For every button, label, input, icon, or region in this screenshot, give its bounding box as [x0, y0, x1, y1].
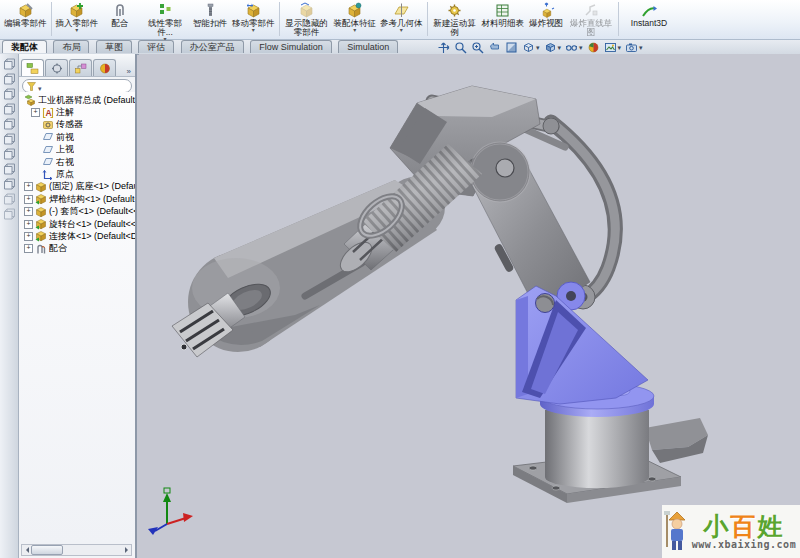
section-view-icon[interactable] [505, 41, 518, 54]
toolbar-button-instant3d[interactable]: Instant3D [621, 1, 677, 28]
tree-item-top-plane[interactable]: 上视 [21, 144, 135, 156]
tree-item-annotations[interactable]: 注解 [21, 106, 135, 118]
propertymanager-tab-icon[interactable] [45, 59, 68, 76]
part-icon [35, 193, 47, 205]
hide-show-items-icon[interactable] [565, 41, 583, 54]
toolbar-button-assembly-features[interactable]: 装配体特征 [332, 1, 379, 33]
tree-item-front-plane[interactable]: 前视 [21, 131, 135, 143]
expand-icon[interactable] [24, 195, 33, 204]
coordinate-triad [148, 488, 193, 535]
view-cube-icon[interactable] [3, 193, 16, 205]
assembly-toolbar: 编辑零部件 插入零部件 配合 线性零部件... 智能扣件 移动零部件 [0, 0, 800, 40]
featuremanager-tab-icon[interactable] [21, 59, 44, 76]
toolbar-button-insert-component[interactable]: 插入零部件 [54, 1, 101, 33]
expand-icon[interactable] [24, 207, 33, 216]
commandmanager-tab-bar: 装配体 布局 草图 评估 办公室产品 Flow Simulation Simul… [0, 40, 800, 55]
linear-component-pattern-icon [157, 2, 174, 19]
tree-item-base-component[interactable]: (固定) 底座<1> (Default<<D [21, 181, 135, 193]
view-cube-icon[interactable] [3, 148, 16, 160]
expand-icon[interactable] [24, 182, 33, 191]
configurationmanager-tab-icon[interactable] [69, 59, 92, 76]
tab-flow-simulation[interactable]: Flow Simulation [250, 40, 332, 53]
tree-item-sleeve[interactable]: (-) 套筒<1> (Default<<Def [21, 206, 135, 218]
panel-tab-bar: » [19, 54, 135, 77]
base-assembly[interactable] [513, 410, 708, 503]
tab-simulation[interactable]: Simulation [338, 40, 398, 53]
panel-overflow-chevron[interactable]: » [127, 67, 133, 76]
tab-assembly[interactable]: 装配体 [2, 40, 47, 53]
graphics-viewport[interactable]: 小百姓 www.xbaixing.com [139, 54, 800, 558]
toolbar-separator [427, 2, 428, 36]
reference-triad-icon[interactable] [437, 41, 450, 54]
smart-fasteners-icon [202, 2, 219, 19]
expand-icon[interactable] [31, 108, 40, 117]
toolbar-button-move-component[interactable]: 移动零部件 [230, 1, 277, 33]
assembly-icon [24, 94, 36, 106]
heads-up-view-toolbar [437, 41, 643, 54]
tree-item-weld-gun-structure[interactable]: 焊枪结构<1> (Default<Defa [21, 193, 135, 205]
dropdown-caret-icon[interactable] [334, 28, 377, 33]
instant3d-icon [641, 4, 658, 19]
panel-horizontal-scrollbar[interactable] [21, 544, 132, 556]
toolbar-separator [618, 2, 619, 36]
expand-icon[interactable] [24, 244, 33, 253]
robot-arm-model[interactable] [139, 54, 800, 558]
zoom-to-area-icon[interactable] [471, 41, 484, 54]
dropdown-caret-icon[interactable] [380, 28, 423, 33]
toolbar-button-show-hidden-components[interactable]: 显示隐藏的零部件 [282, 1, 332, 37]
tree-item-right-plane[interactable]: 右视 [21, 156, 135, 168]
view-cube-icon[interactable] [3, 58, 16, 70]
tab-evaluate[interactable]: 评估 [138, 40, 174, 53]
tab-office-products[interactable]: 办公室产品 [181, 40, 244, 53]
toolbar-button-smart-fasteners[interactable]: 智能扣件 [190, 1, 230, 28]
toolbar-button-exploded-view[interactable]: 爆炸视图 [526, 1, 566, 28]
edit-appearance-icon[interactable] [587, 41, 600, 54]
zoom-to-fit-icon[interactable] [454, 41, 467, 54]
toolbar-button-new-motion-study[interactable]: 新建运动算例 [430, 1, 480, 37]
toolbar-button-mate[interactable]: 配合 [100, 1, 140, 28]
view-cube-icon[interactable] [3, 73, 16, 85]
toolbar-button-edit-component[interactable]: 编辑零部件 [2, 1, 49, 28]
apply-scene-icon[interactable] [604, 41, 622, 54]
view-cube-icon[interactable] [3, 103, 16, 115]
expand-icon[interactable] [24, 232, 33, 241]
watermark: 小百姓 www.xbaixing.com [662, 505, 800, 558]
view-cube-icon[interactable] [3, 163, 16, 175]
view-cube-icon[interactable] [3, 88, 16, 100]
previous-view-icon[interactable] [488, 41, 501, 54]
toolbar-button-linear-component-pattern[interactable]: 线性零部件... [140, 1, 190, 42]
view-cube-icon[interactable] [3, 178, 16, 190]
tree-item-root[interactable]: 工业机器臂总成 (Default<Defa [21, 94, 135, 106]
scroll-right-arrow-icon[interactable] [122, 546, 131, 554]
plane-icon [42, 144, 54, 156]
new-motion-study-icon [446, 2, 463, 19]
insert-component-icon [68, 2, 85, 19]
expand-icon[interactable] [24, 220, 33, 229]
tree-item-origin[interactable]: 原点 [21, 168, 135, 180]
scrollbar-thumb[interactable] [31, 545, 63, 555]
view-cube-icon[interactable] [3, 208, 16, 220]
dropdown-caret-icon[interactable] [56, 28, 99, 33]
tree-item-rotary-table[interactable]: 旋转台<1> (Default<<Defa [21, 218, 135, 230]
view-settings-icon[interactable] [625, 41, 643, 54]
part-icon [35, 230, 47, 242]
plane-icon [42, 156, 54, 168]
toolbar-button-explode-line-sketch[interactable]: 爆炸直线草图 [566, 1, 616, 37]
display-style-icon[interactable] [544, 41, 562, 54]
tree-item-mates[interactable]: 配合 [21, 243, 135, 255]
tab-layout[interactable]: 布局 [53, 40, 89, 53]
tab-sketch[interactable]: 草图 [96, 40, 132, 53]
dropdown-caret-icon[interactable] [232, 28, 275, 33]
displaymanager-tab-icon[interactable] [93, 59, 116, 76]
watermark-char: 姓 [758, 512, 785, 540]
toolbar-button-bill-of-materials[interactable]: 材料明细表 [480, 1, 527, 28]
scroll-left-arrow-icon[interactable] [22, 546, 31, 554]
toolbar-button-reference-geometry[interactable]: 参考几何体 [378, 1, 425, 33]
view-cube-icon[interactable] [3, 118, 16, 130]
tree-item-connector[interactable]: 连接体<1> (Default<Defaul [21, 230, 135, 242]
view-orientation-icon[interactable] [522, 41, 540, 54]
tree-filter-input[interactable] [22, 79, 132, 93]
tree-item-sensors[interactable]: 传感器 [21, 119, 135, 131]
part-icon [35, 181, 47, 193]
view-cube-icon[interactable] [3, 133, 16, 145]
